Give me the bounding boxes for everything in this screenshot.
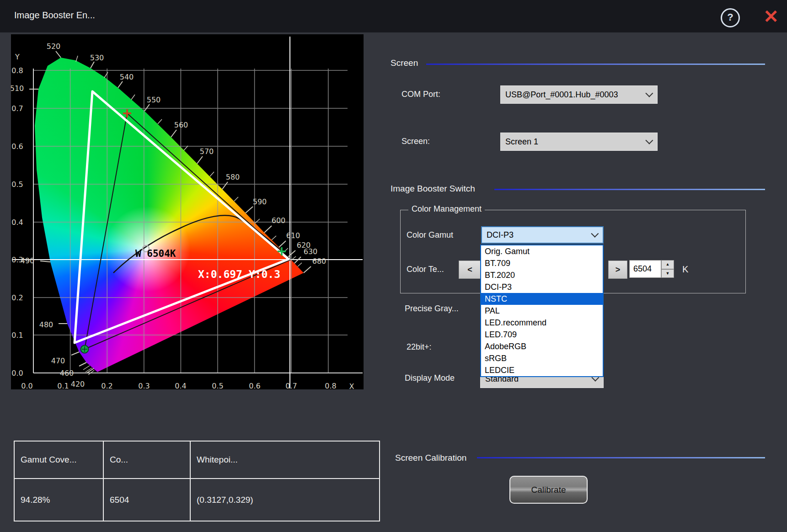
- wavelength-label: 580: [226, 173, 240, 181]
- y-axis-title: Y: [15, 53, 20, 61]
- screen-label: Screen:: [402, 137, 430, 146]
- measured-gamut-triangle: [85, 113, 290, 349]
- wavelength-label: 600: [272, 216, 286, 225]
- option-pal[interactable]: PAL: [481, 305, 603, 317]
- com-port-label: COM Port:: [402, 90, 440, 99]
- option-led709[interactable]: LED.709: [481, 329, 603, 340]
- option-dci-p3[interactable]: DCI-P3: [481, 281, 603, 293]
- spinner-up-button[interactable]: ▲: [661, 260, 674, 269]
- chevron-down-icon: [591, 230, 599, 238]
- selected-point-label: X:0.697 Y:0.3: [198, 268, 280, 280]
- color-gamut-dropdown-list: Orig. Gamut BT.709 BT.2020 DCI-P3 NSTC P…: [480, 245, 604, 377]
- option-bt2020[interactable]: BT.2020: [481, 269, 603, 281]
- option-nstc-selected[interactable]: NSTC: [481, 293, 603, 305]
- color-gamut-label: Color Gamut: [407, 230, 453, 240]
- y-tick: 0.8: [11, 66, 23, 75]
- x-tick: 0.7: [285, 382, 297, 389]
- x-tick: 0.2: [101, 382, 112, 389]
- color-temp-decrease-button[interactable]: <: [459, 261, 481, 279]
- wavelength-label: 630: [304, 247, 318, 256]
- option-orig-gamut[interactable]: Orig. Gamut: [481, 245, 603, 257]
- close-icon[interactable]: ✕: [760, 5, 782, 27]
- wavelength-label: 420: [71, 380, 85, 388]
- table-header-whitepoint: Whitepoi...: [191, 442, 379, 479]
- title-bar: Image Booster En... ? ✕: [0, 0, 787, 32]
- table-cell-whitepoint: (0.3127,0.329): [191, 479, 379, 521]
- wavelength-label: 540: [120, 73, 134, 81]
- x-tick: 0.8: [325, 382, 336, 389]
- color-temp-spinner: ▲ ▼: [661, 260, 674, 278]
- wavelength-label: 560: [174, 121, 188, 129]
- wavelength-label: 460: [60, 369, 74, 378]
- screen-section-divider: [426, 64, 765, 65]
- spinner-down-button[interactable]: ▼: [661, 269, 674, 278]
- color-temp-increase-button[interactable]: >: [608, 261, 627, 279]
- wavelength-label: 510: [11, 84, 24, 93]
- chevron-down-icon: [645, 137, 653, 144]
- booster-section-divider: [494, 189, 765, 190]
- screen-section-title: Screen: [391, 58, 418, 68]
- option-led-recommend[interactable]: LED.recommend: [481, 317, 603, 329]
- table-header-gamut-coverage: Gamut Cove...: [15, 442, 104, 479]
- white-point-label: W 6504K: [135, 248, 176, 259]
- option-adobergb[interactable]: AdobeRGB: [481, 340, 603, 352]
- table-header-color-temp: Co...: [104, 442, 191, 479]
- wavelength-label: 680: [312, 257, 327, 266]
- grid-lines: [33, 69, 348, 373]
- y-tick: 0.7: [11, 104, 23, 113]
- wavelength-label: 570: [200, 147, 214, 156]
- option-ledcie[interactable]: LEDCIE: [481, 364, 603, 376]
- table-cell-color-temp: 6504: [104, 479, 191, 521]
- wavelength-label: 490: [21, 256, 35, 265]
- wavelength-minor-ticks: [76, 56, 302, 375]
- screen-select[interactable]: Screen 1: [500, 133, 658, 151]
- wavelength-major-ticks: [29, 51, 311, 373]
- wavelength-label: 590: [253, 197, 267, 206]
- crosshair: [12, 37, 363, 388]
- color-temp-label: Color Te...: [407, 265, 444, 274]
- color-gamut-select[interactable]: DCI-P3: [481, 226, 604, 244]
- option-srgb[interactable]: sRGB: [481, 352, 603, 364]
- y-tick: 0.5: [11, 180, 23, 189]
- wavelength-label: 530: [90, 53, 104, 62]
- com-port-select[interactable]: USB@Port_#0001.Hub_#0003: [500, 85, 658, 104]
- color-temp-input[interactable]: 6504: [629, 260, 661, 278]
- x-tick: 0.1: [57, 382, 69, 389]
- window-title: Image Booster En...: [14, 10, 95, 21]
- wavelength-label: 610: [286, 231, 300, 240]
- screen-value: Screen 1: [505, 137, 538, 147]
- x-tick: 0.6: [249, 382, 260, 389]
- calibrate-button[interactable]: Calibrate: [509, 476, 588, 504]
- x-tick: 0.0: [21, 382, 32, 389]
- planckian-locus: [113, 215, 289, 273]
- wavelength-label: 470: [51, 356, 65, 365]
- wavelength-label: 520: [47, 42, 61, 51]
- color-gamut-value: DCI-P3: [487, 230, 514, 240]
- bit22-label: 22bit+:: [407, 342, 432, 352]
- cie-chromaticity-chart: Y X 0.8 0.7 0.6 0.5 0.4 0.3 0.2 0.1 0.0 …: [11, 34, 364, 389]
- x-tick: 0.4: [175, 382, 186, 389]
- y-tick: 0.1: [11, 331, 23, 340]
- display-mode-label: Display Mode: [405, 373, 455, 383]
- x-tick: 0.3: [138, 382, 150, 389]
- com-port-value: USB@Port_#0001.Hub_#0003: [505, 90, 618, 100]
- measurement-table: Gamut Cove... Co... Whitepoi... 94.28% 6…: [14, 441, 380, 521]
- precise-gray-label: Precise Gray...: [405, 304, 459, 314]
- calibration-section-divider: [477, 457, 765, 458]
- y-tick: 0.4: [11, 218, 23, 227]
- option-bt709[interactable]: BT.709: [481, 257, 603, 269]
- chevron-down-icon: [645, 90, 653, 97]
- y-tick: 0.2: [11, 293, 23, 302]
- color-temp-unit: K: [682, 264, 688, 275]
- table-cell-gamut-coverage: 94.28%: [15, 479, 104, 521]
- y-tick: 0.0: [11, 369, 23, 378]
- wavelength-label: 480: [39, 320, 54, 329]
- x-axis-title: X: [349, 382, 354, 389]
- x-tick: 0.5: [212, 382, 223, 389]
- color-management-legend: Color Management: [408, 204, 485, 214]
- help-icon[interactable]: ?: [721, 8, 740, 27]
- y-tick: 0.6: [11, 142, 23, 151]
- wavelength-label: 550: [147, 96, 161, 104]
- chart-overlay: Y X 0.8 0.7 0.6 0.5 0.4 0.3 0.2 0.1 0.0 …: [11, 34, 364, 389]
- calibration-section-title: Screen Calibration: [395, 453, 466, 463]
